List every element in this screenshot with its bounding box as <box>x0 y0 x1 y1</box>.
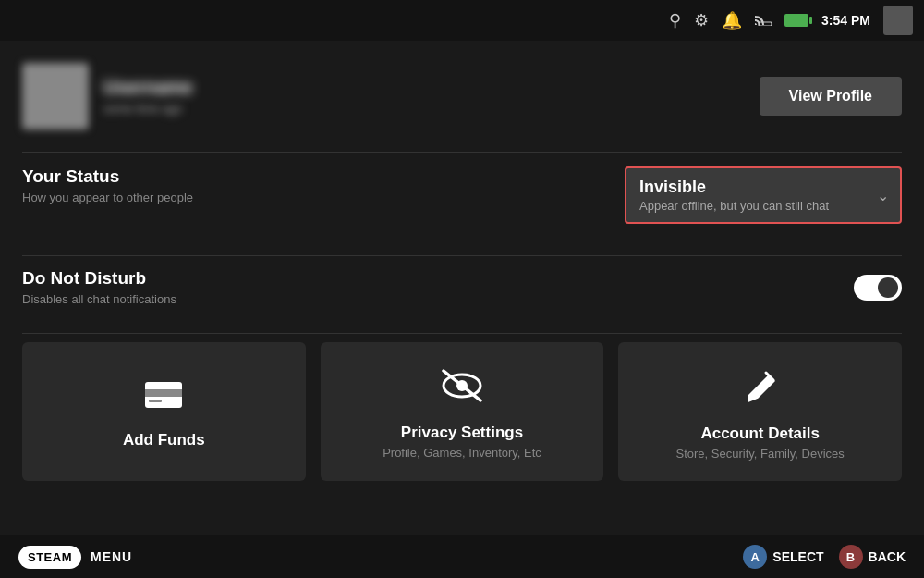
dnd-label: Do Not Disturb <box>22 268 176 289</box>
privacy-settings-card[interactable]: Privacy Settings Profile, Games, Invento… <box>321 342 604 481</box>
account-details-card[interactable]: Account Details Store, Security, Family,… <box>618 342 902 481</box>
dnd-section: Do Not Disturb Disables all chat notific… <box>22 268 902 306</box>
topbar-time: 3:54 PM <box>821 13 870 28</box>
a-button[interactable]: A <box>743 545 767 569</box>
privacy-settings-title: Privacy Settings <box>401 424 523 442</box>
svg-rect-0 <box>759 22 772 26</box>
dnd-sublabel: Disables all chat notifications <box>22 292 176 306</box>
status-label-group: Your Status How you appear to other peop… <box>22 166 193 204</box>
svg-rect-2 <box>145 389 182 397</box>
select-button-group[interactable]: A SELECT <box>743 545 823 569</box>
user-avatar-topbar <box>883 6 913 35</box>
select-label: SELECT <box>772 549 823 564</box>
bell-icon[interactable]: 🔔 <box>722 10 742 31</box>
add-funds-icon <box>145 379 182 418</box>
status-dropdown-subtitle: Appear offline, but you can still chat <box>639 199 867 213</box>
status-dropdown[interactable]: Invisible Appear offline, but you can st… <box>625 166 902 224</box>
dnd-label-group: Do Not Disturb Disables all chat notific… <box>22 268 176 306</box>
profile-info: Username some time ago <box>103 77 760 116</box>
privacy-settings-sub: Profile, Games, Inventory, Etc <box>383 446 541 460</box>
status-dropdown-title: Invisible <box>639 178 867 197</box>
profile-avatar <box>22 63 89 129</box>
topbar: ⚲ ⚙ 🔔 3:54 PM <box>0 0 924 41</box>
profile-sub: some time ago <box>103 102 760 116</box>
account-icon <box>743 368 778 412</box>
status-label: Your Status <box>22 166 193 187</box>
bottombar: STEAM MENU A SELECT B BACK <box>0 535 924 578</box>
profile-name: Username <box>103 77 760 98</box>
bottom-right-controls: A SELECT B BACK <box>743 545 906 569</box>
status-sublabel: How you appear to other people <box>22 191 193 204</box>
divider-top <box>22 152 902 153</box>
cards-section: Add Funds Privacy Settings Profile, Game… <box>22 342 902 481</box>
profile-section: Username some time ago View Profile <box>0 41 924 152</box>
gear-icon[interactable]: ⚙ <box>694 10 709 31</box>
privacy-icon <box>442 369 482 411</box>
account-details-sub: Store, Security, Family, Devices <box>676 447 845 461</box>
chevron-down-icon: ⌄ <box>877 187 889 204</box>
dnd-row: Do Not Disturb Disables all chat notific… <box>22 268 902 306</box>
menu-label: MENU <box>91 549 132 564</box>
status-row: Your Status How you appear to other peop… <box>22 166 902 224</box>
steam-button[interactable]: STEAM <box>18 546 81 569</box>
divider-bottom <box>22 333 902 334</box>
account-details-title: Account Details <box>700 424 819 443</box>
add-funds-card[interactable]: Add Funds <box>22 342 306 481</box>
cast-icon[interactable] <box>755 11 772 31</box>
battery-icon <box>784 14 808 27</box>
status-section: Your Status How you appear to other peop… <box>22 166 902 224</box>
add-funds-title: Add Funds <box>123 431 205 449</box>
divider-mid <box>22 255 902 256</box>
back-button-group[interactable]: B BACK <box>839 545 906 569</box>
view-profile-button[interactable]: View Profile <box>760 77 902 116</box>
back-label: BACK <box>869 549 906 564</box>
toggle-knob <box>878 277 898 298</box>
svg-rect-3 <box>149 400 162 402</box>
search-icon[interactable]: ⚲ <box>669 10 681 31</box>
b-button[interactable]: B <box>839 545 863 569</box>
dnd-toggle[interactable] <box>854 275 902 301</box>
